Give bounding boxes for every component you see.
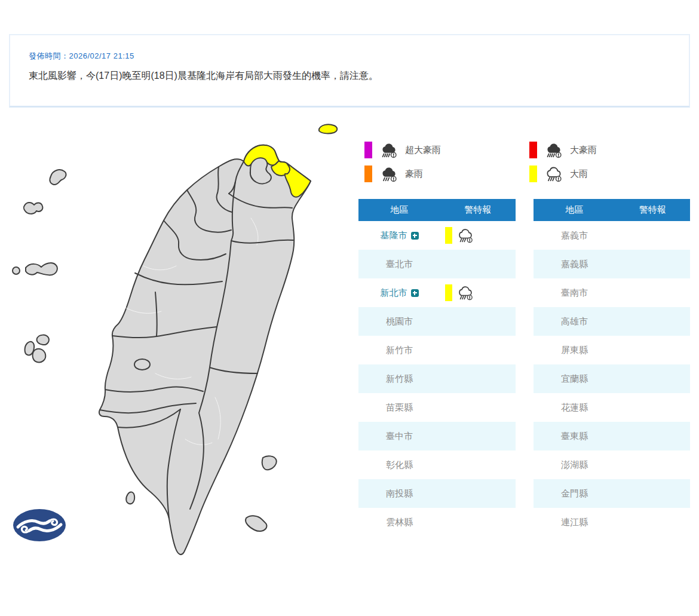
warning-cell <box>440 227 516 244</box>
region-row: 嘉義市 <box>534 221 690 250</box>
region-row: 臺中市 <box>358 422 516 450</box>
legend-label: 豪雨 <box>405 168 423 180</box>
warning-table-west: 地區警特報基隆市 臺北市新北市 桃園市新竹市新竹縣苗栗縣臺中市彰化縣南投縣雲林縣 <box>358 199 516 537</box>
notice-box: 發佈時間：2026/02/17 21:15 東北風影響，今(17日)晚至明(18… <box>9 34 690 108</box>
map-area-keelung-islet[interactable] <box>319 124 337 133</box>
expand-icon[interactable] <box>411 289 419 297</box>
rain-cloud-outline-alert-icon <box>457 284 474 301</box>
region-label: 臺中市 <box>386 431 413 442</box>
warning-cell <box>440 284 516 301</box>
region-label: 臺東縣 <box>561 431 588 442</box>
region-row: 彰化縣 <box>358 450 516 479</box>
region-cell: 花蓮縣 <box>534 402 615 413</box>
region-cell: 基隆市 <box>358 230 440 241</box>
legend-item: 大雨 <box>529 166 597 182</box>
region-cell: 彰化縣 <box>358 459 440 471</box>
region-row: 新竹市 <box>358 336 516 364</box>
region-cell: 新竹縣 <box>358 373 440 385</box>
rain-cloud-filled-alert-icon <box>545 141 563 159</box>
region-cell: 宜蘭縣 <box>534 373 615 385</box>
region-row: 金門縣 <box>534 479 690 508</box>
rain-cloud-filled-alert-icon <box>380 165 398 183</box>
warning-description: 東北風影響，今(17日)晚至明(18日)晨基隆北海岸有局部大雨發生的機率，請注意… <box>29 70 670 82</box>
region-label: 新竹市 <box>386 345 413 356</box>
table-header-region: 地區 <box>358 204 440 216</box>
publish-time-label: 發佈時間： <box>29 51 69 60</box>
warning-table-east: 地區警特報嘉義市嘉義縣臺南市高雄市屏東縣宜蘭縣花蓮縣臺東縣澎湖縣金門縣連江縣 <box>534 199 690 537</box>
region-label: 屏東縣 <box>561 345 588 356</box>
rain-cloud-filled-alert-icon <box>545 141 563 159</box>
legend-color-bar <box>364 142 372 158</box>
region-cell: 新竹市 <box>358 345 440 356</box>
rain-warning-icon <box>457 284 474 301</box>
region-row: 連江縣 <box>534 508 690 537</box>
table-header-warning: 警特報 <box>615 204 690 216</box>
region-label: 金門縣 <box>561 488 588 499</box>
publish-time-line: 發佈時間：2026/02/17 21:15 <box>29 51 670 62</box>
region-cell: 雲林縣 <box>358 517 440 528</box>
expand-icon[interactable] <box>411 232 419 240</box>
region-cell: 連江縣 <box>534 517 615 528</box>
rain-cloud-filled-alert-icon <box>380 165 398 183</box>
table-header-warning: 警特報 <box>440 204 516 216</box>
region-cell: 金門縣 <box>534 488 615 499</box>
rain-cloud-filled-alert-icon <box>380 141 398 159</box>
table-header: 地區警特報 <box>358 199 516 221</box>
warning-color-bar <box>445 284 452 301</box>
region-cell: 嘉義市 <box>534 230 615 241</box>
region-label[interactable]: 基隆市 <box>381 230 407 241</box>
region-label: 臺南市 <box>561 287 588 299</box>
region-cell: 澎湖縣 <box>534 459 615 471</box>
region-label: 彰化縣 <box>386 459 413 471</box>
publish-time-value: 2026/02/17 21:15 <box>69 51 134 60</box>
legend-item: 大豪雨 <box>529 142 597 158</box>
region-label: 南投縣 <box>386 488 413 499</box>
region-cell: 屏東縣 <box>534 345 615 356</box>
rain-cloud-outline-alert-icon <box>545 165 563 183</box>
legend-color-bar <box>529 142 537 158</box>
region-row: 高雄市 <box>534 307 690 336</box>
legend-item: 超大豪雨 <box>364 142 529 158</box>
region-label: 桃園市 <box>386 316 413 327</box>
region-row: 花蓮縣 <box>534 393 690 422</box>
region-cell: 新北市 <box>358 287 440 299</box>
region-cell: 臺北市 <box>358 259 440 270</box>
region-cell: 南投縣 <box>358 488 440 499</box>
region-row: 嘉義縣 <box>534 250 690 278</box>
region-row: 苗栗縣 <box>358 393 516 422</box>
region-cell: 臺中市 <box>358 431 440 442</box>
region-row: 臺北市 <box>358 250 516 278</box>
region-row: 基隆市 <box>358 221 516 250</box>
rain-cloud-filled-alert-icon <box>380 141 398 159</box>
region-row: 雲林縣 <box>358 508 516 537</box>
region-label: 宜蘭縣 <box>561 373 588 385</box>
region-label: 連江縣 <box>561 517 588 528</box>
rain-warning-icon <box>457 227 474 244</box>
region-row: 新竹縣 <box>358 364 516 393</box>
legend-color-bar <box>364 166 372 182</box>
region-row: 南投縣 <box>358 479 516 508</box>
region-row: 臺南市 <box>534 278 690 307</box>
region-label: 高雄市 <box>561 316 588 327</box>
region-row: 屏東縣 <box>534 336 690 364</box>
region-label: 花蓮縣 <box>561 402 588 413</box>
region-label: 澎湖縣 <box>561 459 588 471</box>
region-label: 苗栗縣 <box>386 402 413 413</box>
table-header-region: 地區 <box>534 204 615 216</box>
region-row: 宜蘭縣 <box>534 364 690 393</box>
region-row: 臺東縣 <box>534 422 690 450</box>
warning-legend: 超大豪雨 大豪雨 豪雨 大雨 <box>364 142 597 182</box>
region-row: 澎湖縣 <box>534 450 690 479</box>
region-cell: 高雄市 <box>534 316 615 327</box>
region-cell: 嘉義縣 <box>534 259 615 270</box>
region-row: 新北市 <box>358 278 516 307</box>
rain-cloud-outline-alert-icon <box>545 165 563 183</box>
region-cell: 桃園市 <box>358 316 440 327</box>
region-label: 嘉義縣 <box>561 259 588 270</box>
region-label: 嘉義市 <box>561 230 588 241</box>
region-row: 桃園市 <box>358 307 516 336</box>
legend-label: 超大豪雨 <box>405 145 441 156</box>
legend-label: 大豪雨 <box>570 145 597 156</box>
region-label[interactable]: 新北市 <box>381 287 407 299</box>
warning-color-bar <box>445 227 452 244</box>
